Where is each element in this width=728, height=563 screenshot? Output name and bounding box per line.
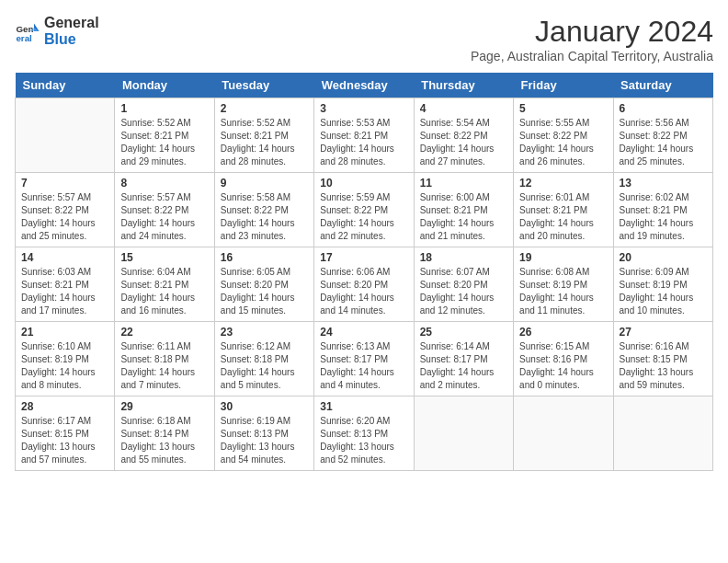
calendar-cell: 30Sunrise: 6:19 AM Sunset: 8:13 PM Dayli… <box>214 396 313 471</box>
day-info: Sunrise: 6:09 AM Sunset: 8:19 PM Dayligh… <box>620 266 707 317</box>
calendar-cell <box>16 98 115 173</box>
calendar-cell: 1Sunrise: 5:52 AM Sunset: 8:21 PM Daylig… <box>115 98 214 173</box>
calendar-cell: 5Sunrise: 5:55 AM Sunset: 8:22 PM Daylig… <box>514 98 613 173</box>
calendar-cell: 12Sunrise: 6:01 AM Sunset: 8:21 PM Dayli… <box>514 173 613 247</box>
calendar-cell: 4Sunrise: 5:54 AM Sunset: 8:22 PM Daylig… <box>414 98 513 173</box>
calendar-cell: 2Sunrise: 5:52 AM Sunset: 8:21 PM Daylig… <box>214 98 313 173</box>
logo: Gen eral General Blue <box>15 15 99 47</box>
day-number: 25 <box>420 326 507 339</box>
day-info: Sunrise: 6:08 AM Sunset: 8:19 PM Dayligh… <box>519 266 607 317</box>
day-info: Sunrise: 5:52 AM Sunset: 8:21 PM Dayligh… <box>221 117 308 168</box>
day-info: Sunrise: 6:13 AM Sunset: 8:17 PM Dayligh… <box>320 340 407 392</box>
calendar-cell: 23Sunrise: 6:12 AM Sunset: 8:18 PM Dayli… <box>214 322 313 396</box>
calendar-cell: 24Sunrise: 6:13 AM Sunset: 8:17 PM Dayli… <box>314 322 414 396</box>
day-header-friday: Friday <box>514 73 613 98</box>
calendar-cell: 18Sunrise: 6:07 AM Sunset: 8:20 PM Dayli… <box>414 247 513 322</box>
logo-line2: Blue <box>44 31 99 48</box>
day-number: 3 <box>320 102 407 115</box>
calendar-cell: 11Sunrise: 6:00 AM Sunset: 8:21 PM Dayli… <box>414 173 513 247</box>
calendar-cell <box>514 396 613 471</box>
calendar-cell <box>414 396 513 471</box>
day-number: 19 <box>519 251 607 264</box>
day-info: Sunrise: 6:20 AM Sunset: 8:13 PM Dayligh… <box>320 415 407 466</box>
day-number: 23 <box>221 326 308 339</box>
day-number: 1 <box>120 102 208 115</box>
day-info: Sunrise: 6:14 AM Sunset: 8:17 PM Dayligh… <box>420 340 507 392</box>
calendar-cell: 17Sunrise: 6:06 AM Sunset: 8:20 PM Dayli… <box>314 247 414 322</box>
calendar-cell: 20Sunrise: 6:09 AM Sunset: 8:19 PM Dayli… <box>613 247 712 322</box>
calendar-cell: 6Sunrise: 5:56 AM Sunset: 8:22 PM Daylig… <box>613 98 712 173</box>
day-header-saturday: Saturday <box>613 73 712 98</box>
calendar-week-2: 7Sunrise: 5:57 AM Sunset: 8:22 PM Daylig… <box>16 173 713 247</box>
day-info: Sunrise: 6:18 AM Sunset: 8:14 PM Dayligh… <box>120 415 208 466</box>
calendar-cell: 8Sunrise: 5:57 AM Sunset: 8:22 PM Daylig… <box>115 173 214 247</box>
day-info: Sunrise: 6:10 AM Sunset: 8:19 PM Dayligh… <box>21 340 108 392</box>
day-number: 12 <box>519 177 607 190</box>
calendar-cell: 31Sunrise: 6:20 AM Sunset: 8:13 PM Dayli… <box>314 396 414 471</box>
calendar-cell: 9Sunrise: 5:58 AM Sunset: 8:22 PM Daylig… <box>214 173 313 247</box>
day-number: 17 <box>320 251 407 264</box>
day-number: 8 <box>120 177 208 190</box>
day-number: 11 <box>420 177 507 190</box>
day-info: Sunrise: 6:12 AM Sunset: 8:18 PM Dayligh… <box>221 340 308 392</box>
day-header-tuesday: Tuesday <box>214 73 313 98</box>
calendar-cell: 7Sunrise: 5:57 AM Sunset: 8:22 PM Daylig… <box>16 173 115 247</box>
logo-icon: Gen eral <box>15 18 40 44</box>
day-number: 27 <box>620 326 707 339</box>
calendar-cell: 28Sunrise: 6:17 AM Sunset: 8:15 PM Dayli… <box>16 396 115 471</box>
calendar-cell: 29Sunrise: 6:18 AM Sunset: 8:14 PM Dayli… <box>115 396 214 471</box>
day-info: Sunrise: 5:58 AM Sunset: 8:22 PM Dayligh… <box>221 191 308 243</box>
calendar-body: 1Sunrise: 5:52 AM Sunset: 8:21 PM Daylig… <box>16 98 713 471</box>
day-info: Sunrise: 6:17 AM Sunset: 8:15 PM Dayligh… <box>21 415 108 466</box>
day-number: 13 <box>620 177 707 190</box>
day-info: Sunrise: 6:19 AM Sunset: 8:13 PM Dayligh… <box>221 415 308 466</box>
calendar-cell: 15Sunrise: 6:04 AM Sunset: 8:21 PM Dayli… <box>115 247 214 322</box>
calendar-cell <box>613 396 712 471</box>
day-number: 29 <box>120 400 208 413</box>
day-number: 26 <box>519 326 607 339</box>
logo-line1: General <box>44 15 99 31</box>
day-header-wednesday: Wednesday <box>314 73 414 98</box>
calendar-cell: 26Sunrise: 6:15 AM Sunset: 8:16 PM Dayli… <box>514 322 613 396</box>
day-info: Sunrise: 6:15 AM Sunset: 8:16 PM Dayligh… <box>519 340 607 392</box>
svg-text:eral: eral <box>16 33 32 43</box>
day-number: 6 <box>620 102 707 115</box>
calendar-cell: 22Sunrise: 6:11 AM Sunset: 8:18 PM Dayli… <box>115 322 214 396</box>
day-info: Sunrise: 6:05 AM Sunset: 8:20 PM Dayligh… <box>221 266 308 317</box>
day-number: 21 <box>21 326 108 339</box>
day-info: Sunrise: 5:55 AM Sunset: 8:22 PM Dayligh… <box>519 117 607 168</box>
day-number: 30 <box>221 400 308 413</box>
day-info: Sunrise: 5:52 AM Sunset: 8:21 PM Dayligh… <box>120 117 208 168</box>
day-info: Sunrise: 6:02 AM Sunset: 8:21 PM Dayligh… <box>620 191 707 243</box>
calendar-cell: 10Sunrise: 5:59 AM Sunset: 8:22 PM Dayli… <box>314 173 414 247</box>
day-info: Sunrise: 6:00 AM Sunset: 8:21 PM Dayligh… <box>420 191 507 243</box>
day-number: 22 <box>120 326 208 339</box>
day-number: 7 <box>21 177 108 190</box>
day-header-sunday: Sunday <box>16 73 115 98</box>
day-number: 15 <box>120 251 208 264</box>
day-number: 10 <box>320 177 407 190</box>
day-info: Sunrise: 5:56 AM Sunset: 8:22 PM Dayligh… <box>620 117 707 168</box>
day-info: Sunrise: 6:16 AM Sunset: 8:15 PM Dayligh… <box>620 340 707 392</box>
calendar-table: SundayMondayTuesdayWednesdayThursdayFrid… <box>15 73 713 471</box>
page-title: January 2024 <box>471 15 713 49</box>
day-number: 18 <box>420 251 507 264</box>
calendar-week-3: 14Sunrise: 6:03 AM Sunset: 8:21 PM Dayli… <box>16 247 713 322</box>
calendar-cell: 25Sunrise: 6:14 AM Sunset: 8:17 PM Dayli… <box>414 322 513 396</box>
day-header-thursday: Thursday <box>414 73 513 98</box>
day-info: Sunrise: 6:06 AM Sunset: 8:20 PM Dayligh… <box>320 266 407 317</box>
calendar-cell: 14Sunrise: 6:03 AM Sunset: 8:21 PM Dayli… <box>16 247 115 322</box>
calendar-week-5: 28Sunrise: 6:17 AM Sunset: 8:15 PM Dayli… <box>16 396 713 471</box>
day-number: 2 <box>221 102 308 115</box>
calendar-cell: 13Sunrise: 6:02 AM Sunset: 8:21 PM Dayli… <box>613 173 712 247</box>
day-info: Sunrise: 6:01 AM Sunset: 8:21 PM Dayligh… <box>519 191 607 243</box>
day-number: 20 <box>620 251 707 264</box>
calendar-cell: 19Sunrise: 6:08 AM Sunset: 8:19 PM Dayli… <box>514 247 613 322</box>
day-number: 24 <box>320 326 407 339</box>
calendar-week-1: 1Sunrise: 5:52 AM Sunset: 8:21 PM Daylig… <box>16 98 713 173</box>
day-number: 5 <box>519 102 607 115</box>
day-number: 16 <box>221 251 308 264</box>
page-subtitle: Page, Australian Capital Territory, Aust… <box>471 49 713 63</box>
day-info: Sunrise: 6:11 AM Sunset: 8:18 PM Dayligh… <box>120 340 208 392</box>
day-info: Sunrise: 6:03 AM Sunset: 8:21 PM Dayligh… <box>21 266 108 317</box>
